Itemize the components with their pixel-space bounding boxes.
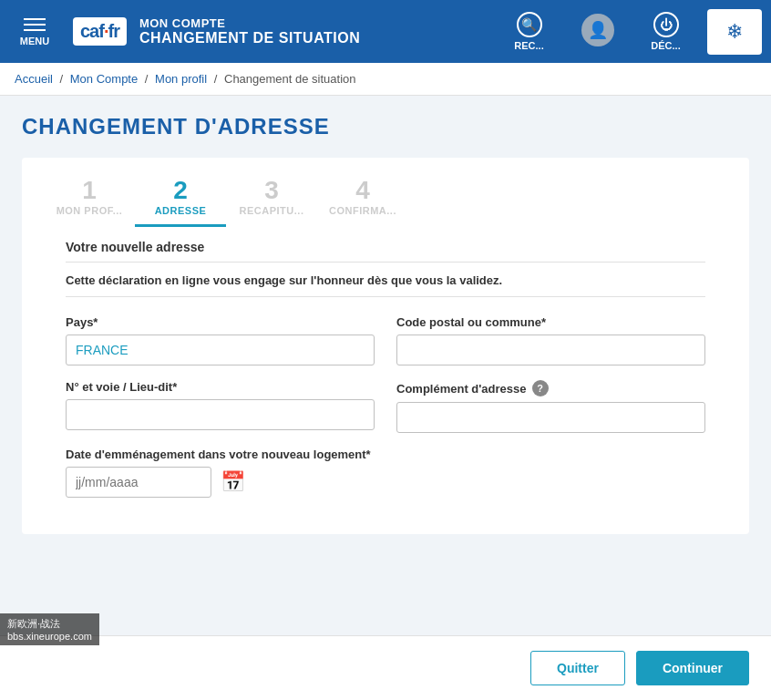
date-input-group: 📅 <box>66 467 705 498</box>
pays-label: Pays* <box>66 315 375 329</box>
breadcrumb-separator: / <box>214 72 221 86</box>
step-4[interactable]: 4 CONFIRMA... <box>317 176 408 227</box>
main-content: CHANGEMENT D'ADRESSE 1 MON PROF... 2 ADR… <box>0 96 771 700</box>
page-title: CHANGEMENT D'ADRESSE <box>22 114 749 139</box>
form-section: Votre nouvelle adresse Cette déclaration… <box>44 227 727 534</box>
quitter-button[interactable]: Quitter <box>530 651 625 685</box>
voie-group: N° et voie / Lieu-dit* <box>66 380 375 433</box>
code-postal-group: Code postal ou commune* <box>396 315 705 365</box>
search-label: REC... <box>514 40 543 51</box>
form-row-1: Pays* Code postal ou commune* <box>66 315 705 365</box>
logout-action[interactable]: ⏻ DÉC... <box>632 5 700 58</box>
step-3-number: 3 <box>264 176 279 205</box>
header: MENU caf·fr MON COMPTE CHANGEMENT DE SIT… <box>0 0 771 63</box>
step-4-number: 4 <box>355 176 370 205</box>
hamburger-icon <box>24 24 46 26</box>
account-action[interactable]: 👤 <box>563 6 632 57</box>
step-3-label: RECAPITU... <box>240 205 304 216</box>
code-postal-label: Code postal ou commune* <box>396 315 705 329</box>
form-section-title: Votre nouvelle adresse <box>66 227 705 262</box>
continuer-button[interactable]: Continuer <box>636 651 749 685</box>
caf-logo: caf·fr <box>73 17 127 46</box>
complement-help-icon[interactable]: ? <box>532 380 549 396</box>
step-1[interactable]: 1 MON PROF... <box>44 176 135 227</box>
logout-label: DÉC... <box>651 40 680 51</box>
complement-group: Complément d'adresse ? <box>396 380 705 433</box>
header-title-line2: CHANGEMENT DE SITUATION <box>139 30 495 46</box>
hamburger-icon <box>24 29 46 31</box>
header-title: MON COMPTE CHANGEMENT DE SITUATION <box>139 16 495 46</box>
breadcrumb-separator: / <box>60 72 67 86</box>
step-3[interactable]: 3 RECAPITU... <box>226 176 317 227</box>
search-icon: 🔍 <box>517 12 542 37</box>
breadcrumb-mon-compte[interactable]: Mon Compte <box>70 72 138 86</box>
form-row-2: N° et voie / Lieu-dit* Complément d'adre… <box>66 380 705 433</box>
steps-container: 1 MON PROF... 2 ADRESSE 3 RECAPITU... 4 … <box>22 158 749 534</box>
step-1-number: 1 <box>82 176 97 205</box>
step-4-label: CONFIRMA... <box>329 205 396 216</box>
calendar-icon[interactable]: 📅 <box>221 470 245 494</box>
form-notice: Cette déclaration en ligne vous engage s… <box>66 273 705 297</box>
step-2-number: 2 <box>173 176 188 205</box>
voie-input[interactable] <box>66 399 375 430</box>
step-2[interactable]: 2 ADRESSE <box>135 176 226 227</box>
allocations-icon: ❄ <box>726 20 743 44</box>
steps: 1 MON PROF... 2 ADRESSE 3 RECAPITU... 4 … <box>44 176 727 227</box>
code-postal-input[interactable] <box>396 335 705 365</box>
pays-group: Pays* <box>66 315 375 365</box>
form-row-3: Date d'emménagement dans votre nouveau l… <box>66 448 705 498</box>
allocations-logo: ❄ <box>707 9 762 55</box>
step-2-label: ADRESSE <box>155 205 207 216</box>
step-1-label: MON PROF... <box>57 205 123 216</box>
breadcrumb-current: Changement de situation <box>224 72 356 86</box>
breadcrumb: Accueil / Mon Compte / Mon profil / Chan… <box>0 63 771 96</box>
breadcrumb-mon-profil[interactable]: Mon profil <box>155 72 207 86</box>
voie-label: N° et voie / Lieu-dit* <box>66 380 375 394</box>
form-footer: Quitter Continuer <box>0 635 771 700</box>
complement-input[interactable] <box>396 402 705 433</box>
search-action[interactable]: 🔍 REC... <box>495 5 563 58</box>
menu-button[interactable]: MENU <box>9 16 60 46</box>
watermark: 新欧洲·战法bbs.xineurope.com <box>0 613 99 645</box>
avatar: 👤 <box>581 14 614 46</box>
breadcrumb-accueil[interactable]: Accueil <box>15 72 53 86</box>
pays-input[interactable] <box>66 335 375 365</box>
hamburger-icon <box>24 18 46 20</box>
power-icon: ⏻ <box>653 12 679 37</box>
date-group: Date d'emménagement dans votre nouveau l… <box>66 448 705 498</box>
header-title-line1: MON COMPTE <box>139 16 495 30</box>
menu-label: MENU <box>20 36 49 46</box>
date-input[interactable] <box>66 467 211 498</box>
breadcrumb-separator: / <box>145 72 151 86</box>
header-actions: 🔍 REC... 👤 ⏻ DÉC... ❄ <box>495 5 762 58</box>
complement-label: Complément d'adresse ? <box>396 380 705 396</box>
date-label: Date d'emménagement dans votre nouveau l… <box>66 448 705 461</box>
